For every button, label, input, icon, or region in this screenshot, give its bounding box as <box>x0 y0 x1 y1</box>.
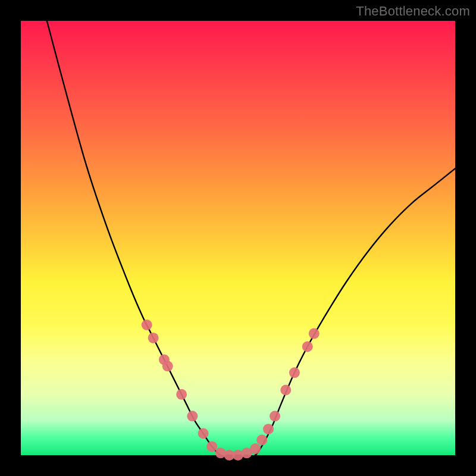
bead <box>250 443 261 454</box>
bead <box>162 361 173 371</box>
bead <box>263 424 274 434</box>
watermark-text: TheBottleneck.com <box>356 4 470 19</box>
bead <box>176 389 187 400</box>
bead <box>142 320 152 330</box>
bead <box>187 411 198 421</box>
bead <box>270 411 280 421</box>
bead <box>289 367 300 378</box>
bead <box>302 342 313 352</box>
plot-area <box>21 21 455 455</box>
bead <box>206 441 217 452</box>
outer-frame: TheBottleneck.com <box>0 0 476 476</box>
curve-path <box>47 21 455 456</box>
bead <box>309 328 320 339</box>
bottleneck-curve <box>21 21 455 455</box>
bead <box>256 434 267 445</box>
bead-group <box>142 320 320 461</box>
bead <box>198 428 209 439</box>
bead <box>148 333 159 343</box>
bead <box>280 385 291 396</box>
